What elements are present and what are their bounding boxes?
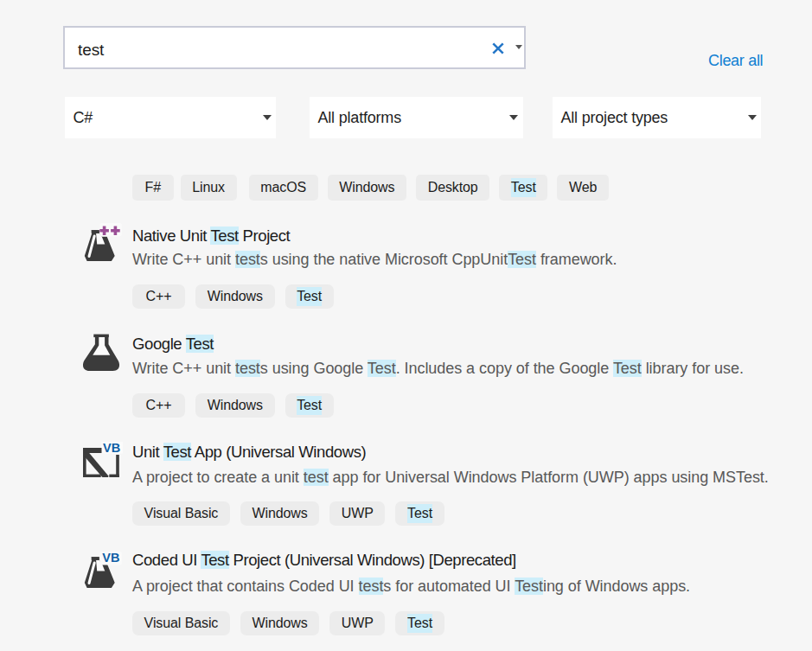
svg-text:VB: VB xyxy=(102,551,119,565)
svg-text:VB: VB xyxy=(103,442,120,455)
